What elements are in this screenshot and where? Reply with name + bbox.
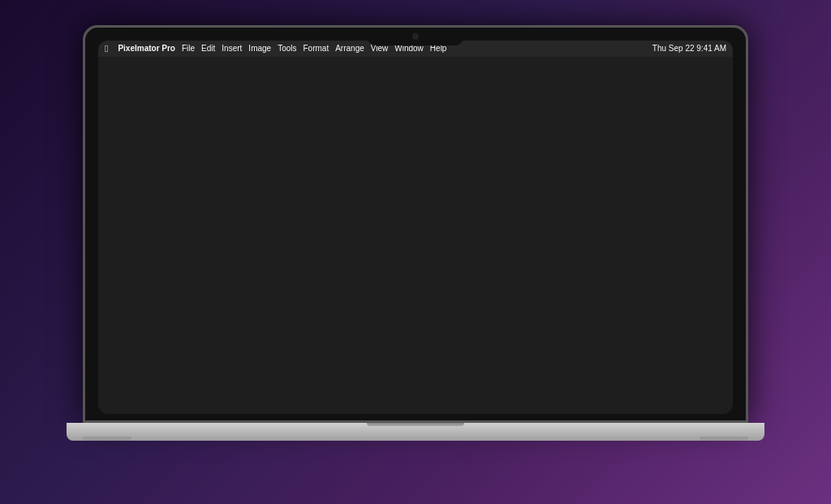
menu-file[interactable]: File — [182, 44, 195, 53]
notch — [367, 28, 464, 45]
menu-tools[interactable]: Tools — [278, 44, 296, 53]
menu-arrange[interactable]: Arrange — [335, 44, 364, 53]
screen-bezel:  Pixelmator Pro File Edit Insert Image … — [85, 28, 746, 420]
camera-dot — [412, 33, 419, 40]
macos-screen:  Pixelmator Pro File Edit Insert Image … — [98, 41, 733, 414]
menu-view[interactable]: View — [371, 44, 389, 53]
macbook-base — [67, 423, 764, 441]
foot-left — [83, 437, 131, 441]
menu-edit[interactable]: Edit — [201, 44, 215, 53]
menu-insert[interactable]: Insert — [222, 44, 242, 53]
menu-window[interactable]: Window — [394, 44, 424, 53]
foot-right — [700, 437, 748, 441]
macbook-feet — [67, 437, 764, 441]
hinge-notch — [367, 423, 464, 426]
menu-help[interactable]: Help — [430, 44, 447, 53]
menu-bar-time: Thu Sep 22 9:41 AM — [652, 44, 726, 53]
screen-lid:  Pixelmator Pro File Edit Insert Image … — [83, 25, 748, 423]
menu-image[interactable]: Image — [248, 44, 271, 53]
app-name: Pixelmator Pro — [118, 44, 175, 53]
apple-logo-icon:  — [105, 43, 108, 54]
menu-format[interactable]: Format — [304, 44, 329, 53]
macbook-outer:  Pixelmator Pro File Edit Insert Image … — [67, 25, 764, 480]
